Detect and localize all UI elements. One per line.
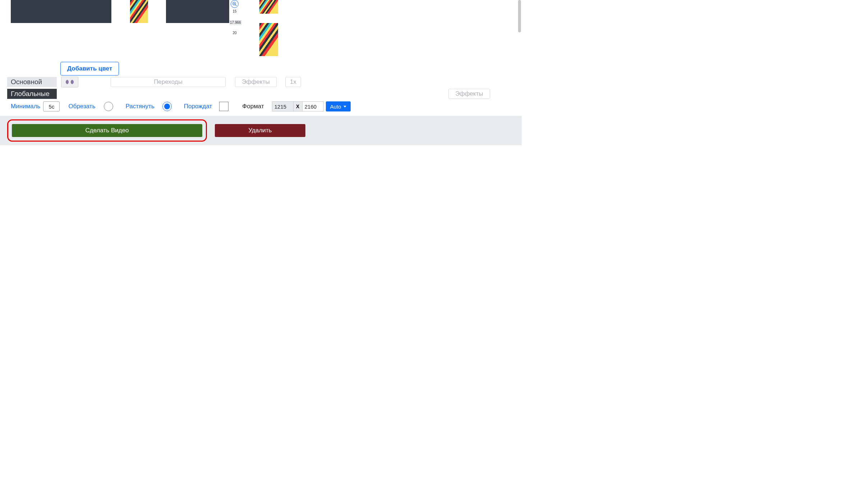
crop-radio[interactable] xyxy=(104,102,113,111)
stretch-label: Растянуть xyxy=(125,103,154,110)
auto-button-label: Auto xyxy=(330,104,341,110)
row-main: Основной Переходы Эффекты 1x xyxy=(7,76,514,88)
transitions-button[interactable]: Переходы xyxy=(111,77,226,87)
effects-bottom-button[interactable]: Эффекты xyxy=(448,89,490,99)
tab-global[interactable]: Глобальные xyxy=(7,89,57,99)
speed-button[interactable]: 1x xyxy=(285,77,301,87)
footer-bar: Сделать Видео Удалить xyxy=(0,116,522,145)
zoom-mark-15: 15 xyxy=(229,9,240,14)
auto-button[interactable]: Auto xyxy=(326,101,351,111)
format-label: Формат xyxy=(242,103,264,110)
highlight-ring: Сделать Видео xyxy=(7,119,207,142)
make-video-button[interactable]: Сделать Видео xyxy=(12,124,202,137)
height-input[interactable] xyxy=(302,101,324,111)
tab-main[interactable]: Основной xyxy=(7,77,57,87)
clip-thumbnail-2[interactable] xyxy=(259,0,278,14)
preview-strip: 15 17.966 20 xyxy=(0,0,522,58)
generate-checkbox[interactable] xyxy=(219,102,228,111)
minimal-input[interactable] xyxy=(43,101,60,111)
minimal-label: Минималь xyxy=(11,103,40,110)
scrollbar-thumb[interactable] xyxy=(518,0,521,32)
add-color-button[interactable]: Добавить цвет xyxy=(60,62,119,76)
width-input[interactable] xyxy=(272,101,294,111)
zoom-column: 15 17.966 20 xyxy=(229,0,240,35)
clip-thumbnail-3[interactable] xyxy=(259,23,278,56)
effects-top-button[interactable]: Эффекты xyxy=(235,77,277,87)
chevron-down-icon xyxy=(343,106,346,108)
svg-line-1 xyxy=(235,5,237,6)
clip-thumbnail-1[interactable] xyxy=(130,0,148,23)
zoom-in-icon[interactable] xyxy=(231,0,239,8)
transition-thumbnail[interactable] xyxy=(61,77,78,87)
crop-label: Обрезать xyxy=(68,103,95,110)
preview-panel-right xyxy=(166,0,229,23)
zoom-mark-20: 20 xyxy=(229,31,240,35)
options-row: Минималь Обрезать Растянуть Порождат Фор… xyxy=(11,101,514,111)
delete-button[interactable]: Удалить xyxy=(215,124,305,137)
row-global: Глобальные Эффекты xyxy=(7,88,514,100)
generate-label: Порождат xyxy=(184,103,212,110)
preview-panel-left xyxy=(11,0,111,23)
zoom-value: 17.966 xyxy=(229,20,242,25)
stretch-radio[interactable] xyxy=(162,102,172,111)
dimension-x-icon: X xyxy=(294,101,302,111)
